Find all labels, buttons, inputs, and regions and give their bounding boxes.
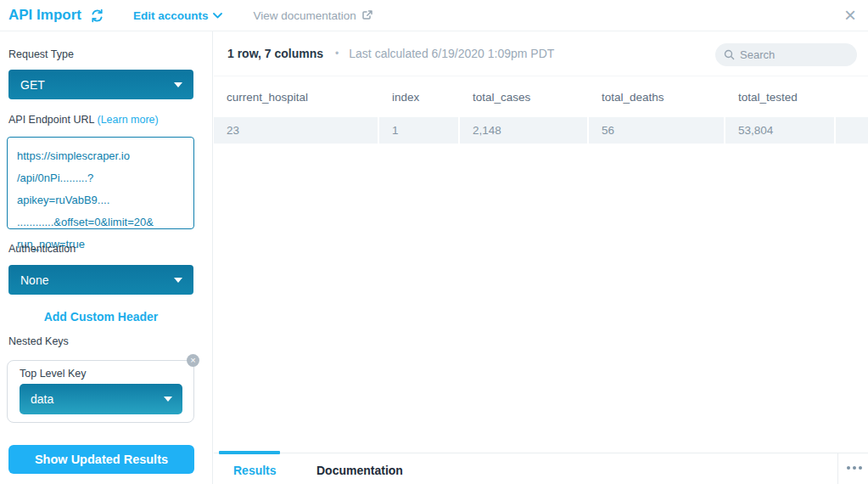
url-line: /api/0nPi.........?apikey=ruVabB9.... [17, 167, 184, 211]
dropdown-caret-icon [174, 278, 182, 283]
search-icon [724, 49, 735, 60]
authentication-value: None [20, 273, 48, 287]
column-header[interactable]: total_tested [725, 91, 836, 104]
results-panel: 1 row, 7 columns • Last calculated 6/19/… [214, 31, 868, 484]
search-input[interactable] [740, 48, 842, 61]
learn-more-link[interactable]: (Learn more) [97, 114, 158, 126]
column-header[interactable]: current_hospital [214, 91, 379, 104]
remove-nested-key-icon[interactable]: × [187, 354, 199, 367]
top-level-key-dropdown[interactable]: data [20, 384, 182, 414]
table-cell: 56 [589, 117, 724, 144]
endpoint-url-label: API Endpoint URL (Learn more) [8, 114, 159, 126]
separator-dot: • [335, 48, 339, 59]
authentication-dropdown[interactable]: None [8, 265, 193, 295]
edit-accounts-label: Edit accounts [133, 9, 209, 22]
more-options-icon[interactable] [847, 466, 862, 470]
nested-keys-label: Nested Keys [8, 335, 69, 347]
edit-accounts-dropdown[interactable]: Edit accounts [133, 9, 223, 22]
dropdown-caret-icon [174, 82, 182, 87]
url-line: ............&offset=0&limit=20& [17, 211, 184, 234]
top-level-key-value: data [31, 392, 53, 406]
column-header[interactable]: index [379, 91, 460, 104]
top-level-key-label: Top Level Key [20, 368, 87, 380]
refresh-icon[interactable] [90, 8, 104, 23]
app-header: API Import Edit accounts View documentat… [0, 0, 868, 31]
view-documentation-label: View documentation [253, 9, 356, 22]
active-tab-indicator [219, 451, 280, 454]
table-cell: 23 [214, 117, 378, 144]
close-icon[interactable]: × [844, 7, 856, 24]
authentication-label: Authentication [8, 243, 76, 255]
view-documentation-link[interactable]: View documentation [253, 9, 372, 22]
endpoint-url-input[interactable]: https://simplescraper.io /api/0nPi......… [7, 137, 194, 229]
config-sidebar: Request Type GET API Endpoint URL (Learn… [0, 31, 213, 484]
table-cell: 2,148 [460, 117, 587, 144]
column-header[interactable]: total_deaths [589, 91, 725, 104]
chevron-down-icon [213, 13, 222, 19]
last-calculated-text: Last calculated 6/19/2020 1:09pm PDT [349, 47, 554, 60]
request-type-dropdown[interactable]: GET [8, 70, 193, 99]
column-header[interactable]: total_cases [460, 91, 589, 104]
table-header-row: current_hospital index total_cases total… [214, 77, 868, 117]
results-info-bar: 1 row, 7 columns • Last calculated 6/19/… [214, 31, 868, 76]
url-line: https://simplescraper.io [17, 145, 184, 167]
results-footer: Results Documentation [214, 453, 868, 484]
show-updated-results-button[interactable]: Show Updated Results [8, 445, 194, 474]
add-custom-header-link[interactable]: Add Custom Header [0, 310, 202, 324]
dropdown-caret-icon [164, 397, 172, 402]
nested-keys-card: × Top Level Key data [7, 360, 194, 423]
table-cell: 53,804 [725, 117, 834, 144]
table-cell: 1 [379, 117, 458, 144]
row-column-summary: 1 row, 7 columns [227, 47, 323, 60]
tab-results[interactable]: Results [233, 464, 277, 477]
external-link-icon [361, 9, 373, 21]
footer-divider [837, 453, 838, 484]
request-type-value: GET [20, 78, 45, 92]
request-type-label: Request Type [8, 48, 74, 60]
table-row[interactable]: 23 1 2,148 56 53,804 [214, 117, 868, 144]
tab-documentation[interactable]: Documentation [316, 464, 403, 477]
table-cell [836, 117, 868, 144]
page-title: API Import [8, 7, 81, 24]
search-box[interactable] [715, 43, 857, 66]
